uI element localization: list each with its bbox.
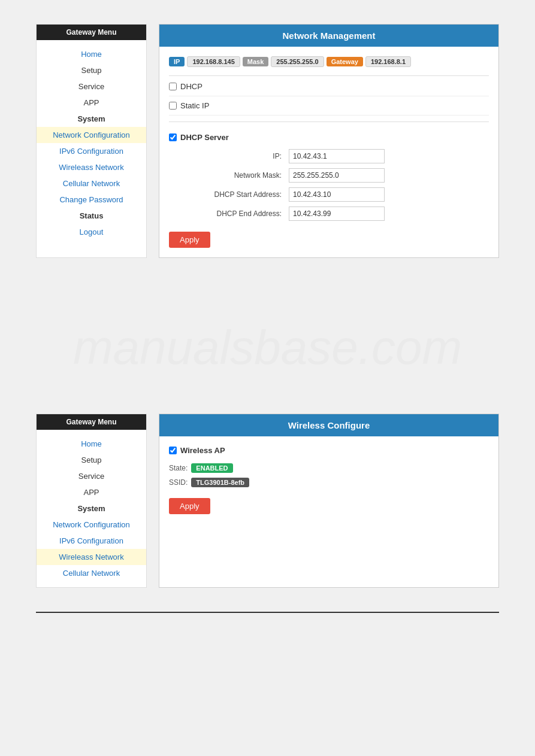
sidebar2-item-system[interactable]: System bbox=[37, 500, 146, 517]
dhcp-server-title-row: DHCP Server bbox=[169, 133, 489, 142]
sidebar-item-setup[interactable]: Setup bbox=[37, 62, 146, 78]
netmask-input[interactable] bbox=[289, 168, 385, 183]
dhcp-server-label[interactable]: DHCP Server bbox=[180, 133, 229, 142]
state-row: State: ENABLED bbox=[169, 463, 489, 473]
sidebar-item-home[interactable]: Home bbox=[37, 46, 146, 62]
gateway-value-badge: 192.168.8.1 bbox=[365, 56, 411, 67]
dhcp-end-form-label: DHCP End Address: bbox=[169, 210, 289, 218]
section-wireless-configure: Gateway Menu Home Setup Service APP Syst… bbox=[36, 414, 499, 588]
sidebar-item-app[interactable]: APP bbox=[37, 95, 146, 111]
sidebar-item-service[interactable]: Service bbox=[37, 78, 146, 95]
netmask-form-label: Network Mask: bbox=[169, 171, 289, 180]
state-label: State: bbox=[169, 464, 188, 472]
gateway-label-badge: Gateway bbox=[327, 57, 363, 66]
ip-form-label: IP: bbox=[169, 152, 289, 160]
section-network-management: Gateway Menu Home Setup Service APP Syst… bbox=[36, 24, 499, 258]
dhcp-option-row: DHCP bbox=[169, 82, 489, 96]
form-row-ip: IP: bbox=[169, 149, 489, 163]
apply-button-1[interactable]: Apply bbox=[169, 232, 210, 248]
wireless-configure-title: Wireless Configure bbox=[159, 414, 498, 436]
sidebar-item-network-config[interactable]: Network Configuration bbox=[37, 127, 146, 143]
ip-label-badge: IP bbox=[169, 57, 185, 66]
form-row-dhcp-end: DHCP End Address: bbox=[169, 207, 489, 221]
sidebar-item-wireless-network[interactable]: Wireleass Network bbox=[37, 159, 146, 175]
form-row-netmask: Network Mask: bbox=[169, 168, 489, 183]
static-ip-checkbox[interactable] bbox=[169, 102, 177, 110]
wireless-configure-panel: Wireless Configure Wireless AP State: EN… bbox=[159, 414, 499, 588]
wireless-ap-row: Wireless AP bbox=[169, 446, 489, 455]
ssid-label: SSID: bbox=[169, 478, 188, 487]
sidebar-item-ipv6-config[interactable]: IPv6 Configuration bbox=[37, 143, 146, 159]
sidebar-1-header: Gateway Menu bbox=[37, 25, 146, 40]
sidebar2-item-wireless-network[interactable]: Wireleass Network bbox=[37, 549, 146, 565]
static-ip-label[interactable]: Static IP bbox=[180, 101, 209, 110]
ip-value-badge: 192.168.8.145 bbox=[187, 56, 240, 67]
sidebar2-item-cellular-network[interactable]: Cellular Network bbox=[37, 565, 146, 581]
sidebar-item-logout[interactable]: Logout bbox=[37, 224, 146, 240]
sidebar2-item-network-config[interactable]: Network Configuration bbox=[37, 517, 146, 533]
dhcp-server-checkbox[interactable] bbox=[169, 133, 177, 141]
network-management-body: IP 192.168.8.145 Mask 255.255.255.0 Gate… bbox=[159, 47, 498, 257]
apply-button-2[interactable]: Apply bbox=[169, 498, 210, 514]
network-management-title: Network Management bbox=[159, 25, 498, 47]
sidebar-item-change-password[interactable]: Change Password bbox=[37, 192, 146, 208]
sidebar-item-status[interactable]: Status bbox=[37, 208, 146, 224]
divider-1 bbox=[169, 75, 489, 76]
sidebar2-item-service[interactable]: Service bbox=[37, 468, 146, 484]
sidebar-1: Gateway Menu Home Setup Service APP Syst… bbox=[36, 24, 147, 258]
footer-divider bbox=[36, 612, 499, 613]
dhcp-checkbox[interactable] bbox=[169, 83, 177, 90]
form-row-dhcp-start: DHCP Start Address: bbox=[169, 187, 489, 202]
network-management-panel: Network Management IP 192.168.8.145 Mask… bbox=[159, 24, 499, 258]
sidebar-1-menu: Home Setup Service APP System Network Co… bbox=[37, 40, 146, 246]
ssid-row: SSID: TLG3901B-8efb bbox=[169, 478, 489, 487]
sidebar-2: Gateway Menu Home Setup Service APP Syst… bbox=[36, 414, 147, 588]
sidebar-2-menu: Home Setup Service APP System Network Co… bbox=[37, 430, 146, 587]
sidebar2-item-setup[interactable]: Setup bbox=[37, 452, 146, 468]
sidebar-2-header: Gateway Menu bbox=[37, 414, 146, 430]
state-value-badge: ENABLED bbox=[191, 463, 232, 473]
sidebar2-item-app[interactable]: APP bbox=[37, 484, 146, 500]
mask-value-badge: 255.255.255.0 bbox=[271, 56, 324, 67]
ssid-value-badge: TLG3901B-8efb bbox=[191, 478, 249, 487]
dhcp-start-form-label: DHCP Start Address: bbox=[169, 190, 289, 199]
divider-2 bbox=[169, 122, 489, 122]
sidebar2-item-home[interactable]: Home bbox=[37, 436, 146, 452]
static-ip-option-row: Static IP bbox=[169, 101, 489, 116]
sidebar2-item-ipv6-config[interactable]: IPv6 Configuration bbox=[37, 533, 146, 549]
network-info-bar: IP 192.168.8.145 Mask 255.255.255.0 Gate… bbox=[169, 56, 489, 67]
dhcp-start-input[interactable] bbox=[289, 187, 385, 202]
wireless-ap-label[interactable]: Wireless AP bbox=[180, 446, 225, 455]
wireless-ap-checkbox[interactable] bbox=[169, 447, 177, 454]
dhcp-end-input[interactable] bbox=[289, 207, 385, 221]
wireless-configure-body: Wireless AP State: ENABLED SSID: TLG3901… bbox=[159, 436, 498, 524]
sidebar-item-cellular-network[interactable]: Cellular Network bbox=[37, 175, 146, 192]
mask-label-badge: Mask bbox=[243, 57, 269, 66]
dhcp-server-section: DHCP Server IP: Network Mask: DHCP Start… bbox=[169, 128, 489, 248]
dhcp-label[interactable]: DHCP bbox=[180, 82, 202, 91]
watermark: manualsbase.com bbox=[36, 282, 499, 414]
sidebar-item-system[interactable]: System bbox=[37, 111, 146, 127]
ip-input[interactable] bbox=[289, 149, 385, 163]
